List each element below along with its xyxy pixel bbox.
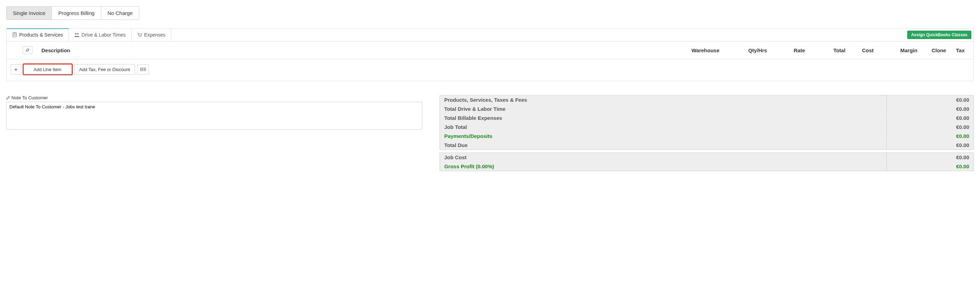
totals-value: €0.00 <box>886 96 974 104</box>
totals-row: Total Due€0.00 <box>440 141 974 149</box>
col-margin: Margin <box>897 45 928 55</box>
bottom-section: Note To Customer Products, Services, Tax… <box>6 95 974 174</box>
totals-label: Payments/Deposits <box>440 132 886 141</box>
totals-row: Payments/Deposits€0.00 <box>440 131 974 141</box>
totals-value: €0.00 <box>886 104 974 113</box>
tab-label: Products & Services <box>19 32 63 38</box>
tab-products-services[interactable]: Products & Services <box>6 28 69 41</box>
totals-row: Total Billable Expenses€0.00 <box>440 113 974 122</box>
assign-quickbooks-button[interactable]: Assign QuickBooks Classes <box>907 30 971 39</box>
totals-value: €0.00 <box>886 123 974 131</box>
totals-label: Total Billable Expenses <box>440 114 886 122</box>
totals-row: Total Drive & Labor Time€0.00 <box>440 104 974 113</box>
add-line-item-button[interactable]: Add Line Item <box>23 64 72 75</box>
svg-point-7 <box>141 36 141 37</box>
totals-label: Job Cost <box>440 153 886 162</box>
col-expand <box>6 48 17 52</box>
note-column: Note To Customer <box>6 95 422 131</box>
totals-label: Job Total <box>440 123 886 131</box>
expand-button[interactable]: + <box>11 64 21 75</box>
totals-label: Total Due <box>440 141 886 149</box>
billing-type-group: Single Invoice Progress Billing No Charg… <box>6 6 139 20</box>
link-icon[interactable] <box>22 46 32 54</box>
totals-row: Gross Profit (0.00%)€0.00 <box>440 162 974 171</box>
add-tax-fee-discount-button[interactable]: Add Tax, Fee or Discount <box>74 64 135 75</box>
plus-icon: + <box>14 67 18 72</box>
svg-point-4 <box>75 33 76 35</box>
barcode-button[interactable] <box>137 64 149 75</box>
col-tax: Tax <box>953 45 974 55</box>
column-header-row: Description Warehouse Qty/Hrs Rate Total… <box>6 42 974 59</box>
no-charge-button[interactable]: No Charge <box>101 6 140 20</box>
col-warehouse: Warehouse <box>688 45 737 55</box>
note-to-customer-label[interactable]: Note To Customer <box>6 95 48 100</box>
totals-row: Job Cost€0.00 <box>440 153 974 162</box>
action-row: + Add Line Item Add Tax, Fee or Discount <box>6 59 974 81</box>
totals-value: €0.00 <box>886 132 974 141</box>
tab-label: Expenses <box>144 32 165 38</box>
note-to-customer-input[interactable] <box>6 102 422 130</box>
progress-billing-button[interactable]: Progress Billing <box>52 6 101 20</box>
tab-expenses[interactable]: Expenses <box>132 29 171 41</box>
totals-value: €0.00 <box>886 162 974 171</box>
col-description: Description <box>38 45 688 55</box>
svg-point-5 <box>77 33 79 35</box>
totals-row: Products, Services, Taxes & Fees€0.00 <box>440 96 974 104</box>
col-total: Total <box>820 45 859 55</box>
svg-rect-1 <box>14 32 15 33</box>
col-cost: Cost <box>859 45 897 55</box>
totals-main-group: Products, Services, Taxes & Fees€0.00Tot… <box>439 95 974 150</box>
col-rate: Rate <box>778 45 820 55</box>
col-qty: Qty/Hrs <box>737 45 778 55</box>
svg-rect-0 <box>13 33 16 37</box>
totals-value: €0.00 <box>886 141 974 149</box>
col-clone: Clone <box>928 45 953 55</box>
single-invoice-button[interactable]: Single Invoice <box>6 6 52 20</box>
pencil-icon <box>6 96 10 100</box>
line-items-panel: Products & Services Drive & Labor Times … <box>6 28 974 81</box>
totals-label: Total Drive & Labor Time <box>440 104 886 113</box>
totals-value: €0.00 <box>886 153 974 162</box>
totals-value: €0.00 <box>886 114 974 122</box>
people-icon <box>75 32 80 37</box>
cart-icon <box>137 32 142 37</box>
totals-row: Job Total€0.00 <box>440 122 974 131</box>
tab-row: Products & Services Drive & Labor Times … <box>6 29 974 42</box>
col-link <box>17 44 38 56</box>
clipboard-icon <box>12 32 17 37</box>
totals-column: Products, Services, Taxes & Fees€0.00Tot… <box>439 95 974 174</box>
note-label-text: Note To Customer <box>11 95 48 100</box>
totals-cost-group: Job Cost€0.00Gross Profit (0.00%)€0.00 <box>439 153 974 171</box>
barcode-icon <box>140 67 146 71</box>
tab-drive-labor[interactable]: Drive & Labor Times <box>69 29 132 41</box>
tab-label: Drive & Labor Times <box>81 32 126 38</box>
totals-label: Products, Services, Taxes & Fees <box>440 96 886 104</box>
svg-point-6 <box>139 36 140 37</box>
totals-label: Gross Profit (0.00%) <box>440 162 886 171</box>
